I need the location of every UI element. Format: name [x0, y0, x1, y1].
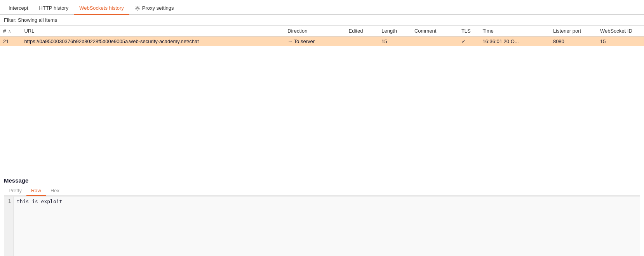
col-header-num[interactable]: # ∧ [0, 26, 21, 37]
col-header-url[interactable]: URL [21, 26, 284, 37]
cell-tls: ✓ [458, 37, 479, 47]
filter-bar: Filter: Showing all items [0, 15, 644, 26]
websockets-table: # ∧ URL Direction Edited Length Comment … [0, 26, 644, 46]
col-header-listener[interactable]: Listener port [550, 26, 597, 37]
cell-num: 21 [0, 37, 21, 47]
msg-tab-raw[interactable]: Raw [26, 186, 46, 196]
tab-bar: Intercept HTTP history WebSockets histor… [0, 0, 644, 15]
tab-proxy-settings[interactable]: Proxy settings [129, 2, 179, 15]
cell-wsid: 15 [597, 37, 644, 47]
msg-tab-pretty[interactable]: Pretty [4, 186, 26, 196]
cell-edited [346, 37, 379, 47]
tab-intercept[interactable]: Intercept [3, 2, 34, 15]
msg-tab-hex[interactable]: Hex [46, 186, 64, 196]
code-content[interactable]: this is exploit [14, 197, 65, 256]
sort-indicator-num: ∧ [8, 29, 11, 33]
tab-websockets-history[interactable]: WebSockets history [74, 2, 129, 15]
table-area[interactable]: # ∧ URL Direction Edited Length Comment … [0, 26, 644, 173]
svg-point-0 [137, 7, 138, 9]
table-body: 21https://0a9500030376b92b80228f5d00e900… [0, 37, 644, 47]
col-header-tls[interactable]: TLS [458, 26, 479, 37]
table-row[interactable]: 21https://0a9500030376b92b80228f5d00e900… [0, 37, 644, 47]
tab-http-history[interactable]: HTTP history [34, 2, 74, 15]
cell-time: 16:36:01 20 O... [479, 37, 550, 47]
gear-icon [135, 5, 140, 11]
col-header-direction[interactable]: Direction [284, 26, 345, 37]
cell-direction: → To server [284, 37, 345, 47]
col-header-length[interactable]: Length [378, 26, 411, 37]
cell-listener: 8080 [550, 37, 597, 47]
filter-text: Filter: Showing all items [4, 17, 57, 23]
col-header-edited[interactable]: Edited [346, 26, 379, 37]
col-header-time[interactable]: Time [479, 26, 550, 37]
message-title: Message [4, 177, 640, 184]
cell-length: 15 [378, 37, 411, 47]
message-content: 1 this is exploit [4, 196, 640, 256]
proxy-settings-label: Proxy settings [142, 5, 174, 11]
cell-url: https://0a9500030376b92b80228f5d00e9005a… [21, 37, 284, 47]
col-header-comment[interactable]: Comment [411, 26, 458, 37]
table-header-row: # ∧ URL Direction Edited Length Comment … [0, 26, 644, 37]
cell-comment [411, 37, 458, 47]
message-panel: Message Pretty Raw Hex 1 this is exploit [0, 173, 644, 256]
line-numbers: 1 [4, 197, 14, 256]
message-tabs: Pretty Raw Hex [4, 186, 640, 196]
col-header-wsid[interactable]: WebSocket ID [597, 26, 644, 37]
